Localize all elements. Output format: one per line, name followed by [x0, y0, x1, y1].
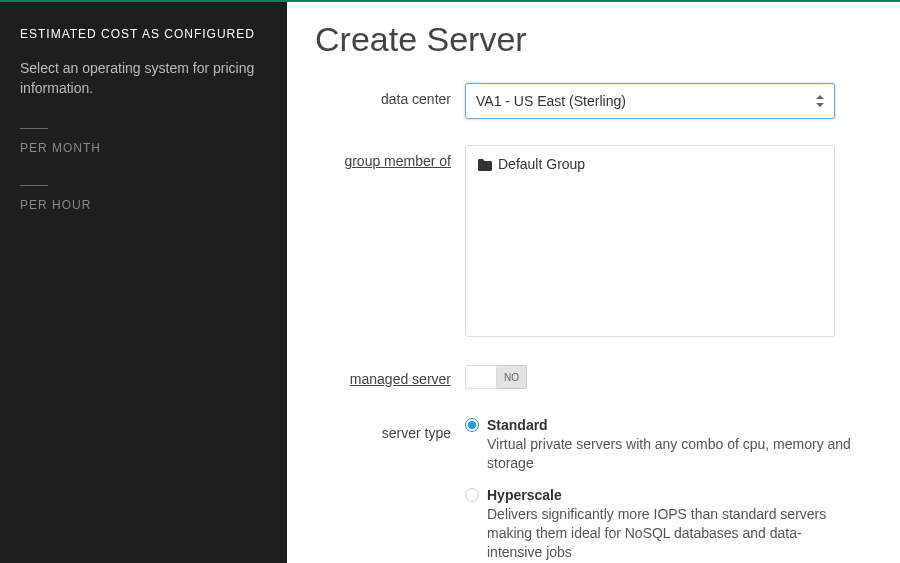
folder-icon	[478, 158, 492, 170]
per-hour-label: PER HOUR	[20, 198, 267, 212]
server-type-label: server type	[315, 417, 465, 441]
radio-desc: Virtual private servers with any combo o…	[487, 435, 855, 473]
managed-server-toggle[interactable]: NO	[465, 363, 835, 391]
group-listbox[interactable]: Default Group	[465, 145, 835, 337]
divider	[20, 185, 48, 186]
group-item-label: Default Group	[498, 156, 585, 172]
page-title: Create Server	[315, 20, 872, 59]
group-member-row: group member of Default Group	[315, 145, 872, 337]
per-month-label: PER MONTH	[20, 141, 267, 155]
data-center-row: data center VA1 - US East (Sterling)	[315, 83, 872, 119]
sidebar-subtext: Select an operating system for pricing i…	[20, 59, 267, 98]
managed-server-row: managed server NO	[315, 363, 872, 391]
app-container: ESTIMATED COST AS CONFIGURED Select an o…	[0, 2, 900, 563]
server-type-row: server type Standard Virtual private ser…	[315, 417, 872, 563]
list-item[interactable]: Default Group	[478, 156, 822, 172]
sidebar-title: ESTIMATED COST AS CONFIGURED	[20, 27, 267, 41]
server-type-option-hyperscale[interactable]: Hyperscale Delivers significantly more I…	[465, 487, 855, 562]
radio-title: Standard	[487, 417, 548, 433]
divider	[20, 128, 48, 129]
radio-icon[interactable]	[465, 488, 479, 502]
toggle-track	[465, 365, 497, 389]
managed-server-label: managed server	[315, 363, 465, 387]
data-center-select[interactable]: VA1 - US East (Sterling)	[465, 83, 835, 119]
cost-sidebar: ESTIMATED COST AS CONFIGURED Select an o…	[0, 2, 287, 563]
group-member-label: group member of	[315, 145, 465, 169]
radio-icon[interactable]	[465, 418, 479, 432]
server-type-option-standard[interactable]: Standard Virtual private servers with an…	[465, 417, 855, 473]
toggle-state-label: NO	[497, 365, 527, 389]
radio-title: Hyperscale	[487, 487, 562, 503]
data-center-label: data center	[315, 83, 465, 107]
server-type-radiogroup: Standard Virtual private servers with an…	[465, 417, 855, 563]
main-panel: Create Server data center VA1 - US East …	[287, 2, 900, 563]
radio-desc: Delivers significantly more IOPS than st…	[487, 505, 855, 562]
